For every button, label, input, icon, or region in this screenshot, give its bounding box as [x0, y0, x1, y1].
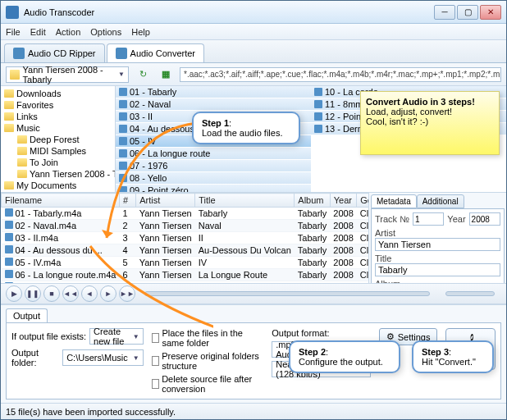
audio-file-icon: [119, 149, 127, 158]
rewind-button[interactable]: ◄: [81, 285, 98, 302]
tab-cd-ripper[interactable]: Audio CD Ripper: [4, 43, 105, 62]
column-header[interactable]: Album: [295, 194, 330, 208]
menu-action[interactable]: Action: [56, 27, 81, 37]
app-icon: [6, 6, 19, 19]
maximize-button[interactable]: ▢: [457, 5, 478, 20]
delete-source-checkbox[interactable]: [152, 379, 159, 389]
column-header[interactable]: Artist: [136, 194, 195, 208]
year-input[interactable]: [469, 212, 500, 226]
table-row[interactable]: 01 - Tabarly.m4a1Yann TiersenTabarlyTaba…: [2, 208, 369, 220]
add-files-button[interactable]: ▦: [157, 66, 175, 84]
audio-file-icon: [5, 208, 13, 217]
arrow-up-icon: ↻: [139, 69, 147, 80]
audio-file-icon: [5, 270, 13, 278]
column-header[interactable]: Year: [330, 194, 356, 208]
column-header[interactable]: #: [119, 194, 135, 208]
audio-file-icon: [119, 186, 127, 192]
exists-combo[interactable]: Create new file▼: [89, 328, 144, 345]
titlebar[interactable]: Audio Transcoder ─ ▢ ✕: [1, 1, 506, 24]
forward-button[interactable]: ►: [100, 285, 116, 302]
tree-item[interactable]: To Join: [2, 157, 113, 168]
audio-file-icon: [119, 162, 127, 170]
next-button[interactable]: ►►: [119, 285, 135, 302]
audio-file-icon: [5, 245, 13, 253]
close-button[interactable]: ✕: [480, 5, 501, 20]
audio-file-icon: [5, 258, 13, 266]
audio-file-icon: [314, 125, 322, 133]
chk-label: Place the files in the same folder: [162, 328, 263, 348]
audio-file-icon: [119, 174, 127, 182]
chk-label: Preserve original folders structure: [162, 351, 263, 371]
column-header[interactable]: Filename: [2, 194, 120, 208]
file-item[interactable]: 01 - Tabarly: [116, 86, 311, 98]
callout-step1: Step 1: Load the audio files.: [192, 112, 300, 144]
tree-item[interactable]: Yann Tiersen 2008 - Tabarly: [2, 168, 113, 180]
tree-item[interactable]: Downloads: [2, 88, 113, 99]
menu-options[interactable]: Options: [90, 27, 121, 37]
audio-file-icon: [5, 221, 13, 229]
sticky-note: Convert Audio in 3 steps! Load, adjust, …: [360, 91, 500, 155]
volume-slider[interactable]: [445, 291, 495, 296]
tree-item[interactable]: Links: [2, 111, 113, 122]
minimize-button[interactable]: ─: [434, 5, 455, 20]
file-item[interactable]: 08 - Yello: [116, 172, 311, 185]
same-folder-checkbox[interactable]: [152, 333, 160, 343]
format-label: Output format:: [272, 328, 371, 338]
tree-item[interactable]: Deep Forest: [2, 134, 113, 145]
file-item[interactable]: 07 - 1976: [116, 160, 311, 172]
tree-item[interactable]: My Documents: [2, 180, 113, 191]
folder-icon: [4, 101, 14, 109]
status-text: 15 file(s) have been imported successful…: [6, 407, 176, 417]
table-row[interactable]: 06 - La longue route.m4a6Yann TiersenLa …: [2, 269, 369, 281]
table-row[interactable]: 03 - II.m4a3Yann TiersenIITabarly2008Cla…: [2, 232, 369, 244]
callout-step2: Step 2: Configure the output.: [289, 340, 400, 373]
prev-button[interactable]: ◄◄: [62, 285, 79, 302]
play-button[interactable]: ▶: [6, 285, 22, 302]
folder-icon: [17, 170, 27, 178]
file-item[interactable]: 09 - Point zéro: [116, 185, 311, 192]
seek-slider[interactable]: [144, 291, 430, 296]
tree-item[interactable]: MIDI Samples: [2, 145, 113, 157]
artist-input[interactable]: Yann Tiersen: [375, 238, 500, 251]
table-row[interactable]: 04 - Au dessous du ...4Yann TiersenAu-De…: [2, 244, 369, 257]
up-folder-button[interactable]: ↻: [134, 66, 152, 84]
stop-button[interactable]: ■: [43, 285, 60, 302]
table-row[interactable]: 05 - IV.m4a5Yann TiersenIVTabarly2008Cla…: [2, 257, 369, 269]
toolbar: Yann Tiersen 2008 - Tabarly ▼ ↻ ▦ *.aac;…: [1, 63, 506, 86]
folder-path-combo[interactable]: Yann Tiersen 2008 - Tabarly ▼: [6, 66, 129, 83]
column-header[interactable]: Title: [195, 194, 295, 208]
audio-file-icon: [314, 88, 322, 96]
menu-file[interactable]: File: [6, 27, 21, 37]
tree-item[interactable]: Music: [2, 122, 113, 134]
output-tab[interactable]: Output: [6, 308, 48, 322]
folder-label: Output folder:: [11, 348, 59, 368]
exists-label: If output file exists:: [11, 331, 86, 341]
menu-help[interactable]: Help: [131, 27, 150, 37]
folder-combo[interactable]: C:\Users\Music▼: [62, 349, 143, 366]
column-header[interactable]: Genre: [357, 194, 368, 208]
folder-icon: [4, 89, 14, 98]
tree-item[interactable]: Favorites: [2, 99, 113, 111]
folder-icon: [17, 147, 27, 155]
converter-icon: [116, 48, 127, 59]
title-input[interactable]: Tabarly: [375, 263, 500, 276]
file-item[interactable]: 06 - La longue route: [116, 148, 311, 160]
tab-additional[interactable]: Additional: [417, 194, 464, 208]
window-title: Audio Transcoder: [24, 7, 434, 17]
folder-tree[interactable]: DownloadsFavoritesLinksMusicDeep ForestM…: [1, 86, 116, 192]
track-input[interactable]: [413, 212, 444, 226]
track-grid[interactable]: Filename#ArtistTitleAlbumYearGenreCompos…: [1, 193, 368, 283]
folder-icon: [4, 124, 14, 132]
tab-metadata[interactable]: Metadata: [371, 194, 417, 208]
tab-label: Audio CD Ripper: [28, 48, 96, 58]
menu-edit[interactable]: Edit: [30, 27, 46, 37]
callout-step3: Step 3: Hit "Convert.": [412, 340, 494, 373]
extension-filter[interactable]: *.aac;*.ac3;*.aif;*.aiff;*.ape;*.cue;*.f…: [180, 67, 501, 82]
folder-icon: [10, 70, 20, 80]
audio-file-icon: [119, 88, 127, 96]
pause-button[interactable]: ❚❚: [25, 285, 41, 302]
file-item[interactable]: 02 - Naval: [116, 98, 311, 111]
table-row[interactable]: 02 - Naval.m4a2Yann TiersenNavalTabarly2…: [2, 220, 369, 232]
tab-audio-converter[interactable]: Audio Converter: [107, 43, 205, 62]
preserve-folders-checkbox[interactable]: [152, 356, 160, 366]
